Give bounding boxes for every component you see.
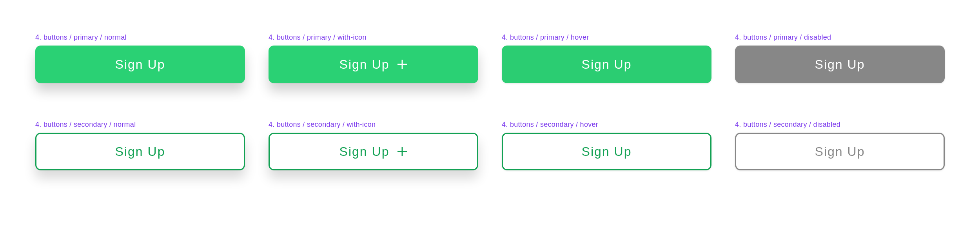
variant-primary-normal: 4. buttons / primary / normal Sign Up	[35, 33, 245, 83]
button-label: Sign Up	[815, 57, 865, 72]
variant-caption: 4. buttons / secondary / disabled	[735, 121, 945, 129]
plus-icon	[397, 59, 407, 69]
signup-button-secondary-with-icon[interactable]: Sign Up	[269, 133, 478, 170]
variant-caption: 4. buttons / secondary / normal	[35, 121, 245, 129]
variant-caption: 4. buttons / primary / normal	[35, 33, 245, 42]
signup-button-primary-hover[interactable]: Sign Up	[502, 46, 711, 83]
variant-primary-disabled: 4. buttons / primary / disabled Sign Up	[735, 33, 945, 83]
signup-button-secondary-hover[interactable]: Sign Up	[502, 133, 711, 170]
variant-secondary-normal: 4. buttons / secondary / normal Sign Up	[35, 121, 245, 170]
signup-button-primary-normal[interactable]: Sign Up	[35, 46, 245, 83]
variant-secondary-with-icon: 4. buttons / secondary / with-icon Sign …	[269, 121, 478, 170]
button-label: Sign Up	[115, 57, 165, 72]
button-label: Sign Up	[582, 144, 632, 159]
signup-button-primary-disabled: Sign Up	[735, 46, 945, 83]
variant-primary-with-icon: 4. buttons / primary / with-icon Sign Up	[269, 33, 478, 83]
button-label: Sign Up	[582, 57, 632, 72]
variant-caption: 4. buttons / primary / with-icon	[269, 33, 478, 42]
variant-caption: 4. buttons / secondary / with-icon	[269, 121, 478, 129]
button-label: Sign Up	[115, 144, 165, 159]
variant-caption: 4. buttons / secondary / hover	[502, 121, 711, 129]
signup-button-secondary-disabled: Sign Up	[735, 133, 945, 170]
button-label: Sign Up	[339, 57, 390, 72]
variant-caption: 4. buttons / primary / hover	[502, 33, 711, 42]
button-label: Sign Up	[339, 144, 390, 159]
variant-secondary-disabled: 4. buttons / secondary / disabled Sign U…	[735, 121, 945, 170]
button-variants-grid: 4. buttons / primary / normal Sign Up 4.…	[35, 33, 945, 170]
signup-button-primary-with-icon[interactable]: Sign Up	[269, 46, 478, 83]
plus-icon	[397, 146, 407, 157]
variant-caption: 4. buttons / primary / disabled	[735, 33, 945, 42]
signup-button-secondary-normal[interactable]: Sign Up	[35, 133, 245, 170]
variant-secondary-hover: 4. buttons / secondary / hover Sign Up	[502, 121, 711, 170]
button-label: Sign Up	[815, 144, 865, 159]
variant-primary-hover: 4. buttons / primary / hover Sign Up	[502, 33, 711, 83]
